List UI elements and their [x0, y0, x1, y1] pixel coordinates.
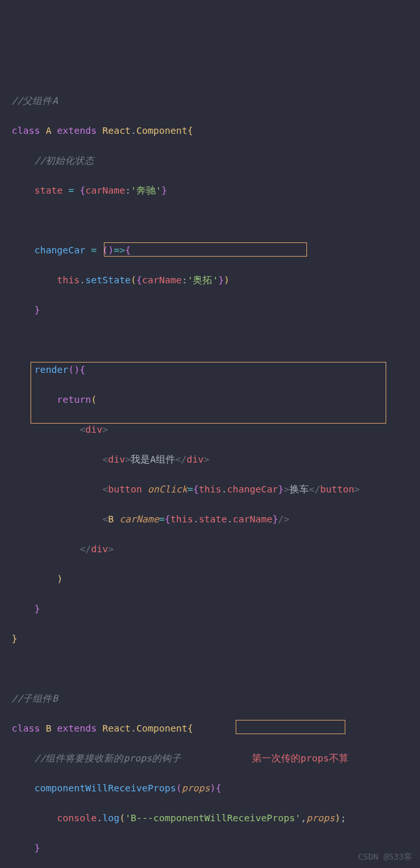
code-line: console.log('B---componentWillReceivePro…	[12, 811, 420, 826]
code-line	[12, 661, 420, 676]
code-line: //初始化状态	[12, 153, 420, 168]
code-line: this.setState({carName:'奥拓'})	[12, 273, 420, 288]
code-line: }	[12, 632, 420, 646]
code-line: class A extends React.Component{	[12, 123, 420, 138]
code-line: }	[12, 303, 420, 318]
code-line: class B extends React.Component{	[12, 721, 420, 736]
code-line: changeCar = ()=>{	[12, 243, 420, 258]
code-line: </div>	[12, 542, 420, 557]
code-line: //父组件A	[12, 94, 420, 108]
code-line: }	[12, 602, 420, 617]
code-editor[interactable]: //父组件A class A extends React.Component{ …	[0, 0, 420, 868]
annotation-text: 第一次传的props不算	[252, 751, 349, 766]
code-line: <div>	[12, 422, 420, 437]
code-line: //组件将要接收新的props的钩子第一次传的props不算	[12, 751, 420, 766]
code-line: //子组件B	[12, 691, 420, 706]
watermark-text: CSDN @533客	[358, 849, 412, 864]
code-line: componentWillReceiveProps(props){	[12, 781, 420, 796]
code-line: <button onClick={this.changeCar}>换车</but…	[12, 482, 420, 497]
code-line: <div>我是A组件</div>	[12, 452, 420, 467]
code-line: <B carName={this.state.carName}/>	[12, 512, 420, 527]
code-line	[12, 213, 420, 228]
code-line	[12, 333, 420, 348]
code-line: state = {carName:'奔驰'}	[12, 183, 420, 198]
code-line: render(){	[12, 363, 420, 377]
code-line: return(	[12, 392, 420, 407]
code-line: )	[12, 572, 420, 587]
